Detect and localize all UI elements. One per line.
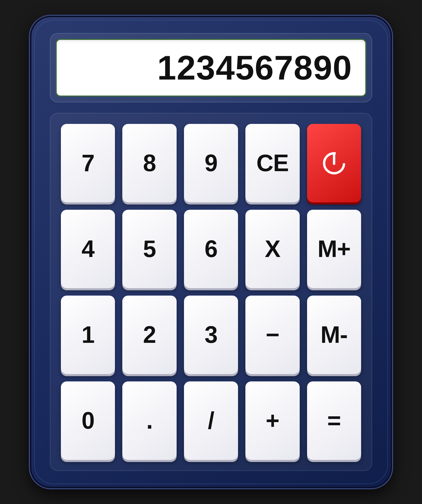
btn-minus[interactable]: − [245,296,299,374]
btn-divide[interactable]: / [184,381,238,460]
btn-1[interactable]: 1 [61,296,115,374]
btn-6[interactable]: 6 [184,210,238,288]
btn-power[interactable] [307,124,361,202]
btn-mem-minus[interactable]: M- [307,296,361,374]
btn-decimal[interactable]: . [122,381,176,460]
btn-2[interactable]: 2 [122,296,176,374]
btn-4[interactable]: 4 [61,210,115,288]
display-area: 1234567890 [50,33,372,102]
btn-7[interactable]: 7 [61,124,115,202]
btn-multiply[interactable]: X [245,210,299,288]
btn-5[interactable]: 5 [122,210,176,288]
btn-9[interactable]: 9 [184,124,238,202]
btn-0[interactable]: 0 [61,381,115,460]
btn-ce[interactable]: CE [245,124,299,202]
button-pad: 7 8 9 CE 4 5 6 X M+ 1 2 3 − M- 0 . / + = [50,113,372,471]
btn-8[interactable]: 8 [122,124,176,202]
display-value: 1234567890 [157,48,352,87]
display-screen: 1234567890 [56,39,366,97]
btn-equals[interactable]: = [307,381,361,460]
btn-mem-plus[interactable]: M+ [307,210,361,288]
power-icon [321,150,347,176]
calculator: 1234567890 7 8 9 CE 4 5 6 X M+ 1 2 3 − M… [30,16,392,488]
btn-3[interactable]: 3 [184,296,238,374]
btn-plus[interactable]: + [245,381,299,460]
